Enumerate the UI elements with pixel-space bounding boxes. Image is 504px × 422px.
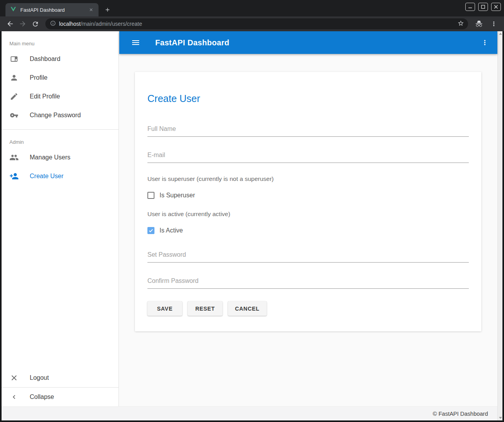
- tab-title: FastAPI Dashboard: [20, 7, 88, 13]
- email-field-wrap: [147, 149, 469, 163]
- toolbar-right: [473, 18, 500, 29]
- sidebar-item-label: Logout: [30, 374, 49, 381]
- app-header: FastAPI Dashboard: [119, 31, 497, 54]
- superuser-checkbox[interactable]: [147, 192, 154, 199]
- url-host: localhost: [59, 21, 81, 27]
- confirm-password-field-wrap: [147, 275, 469, 289]
- close-icon: [9, 373, 19, 383]
- maximize-button[interactable]: [478, 3, 488, 11]
- sidebar-item-edit-profile[interactable]: Edit Profile: [2, 87, 118, 106]
- page: Main menu Dashboard Profile Edit Profile…: [2, 31, 502, 420]
- forward-icon[interactable]: [17, 18, 28, 29]
- close-window-button[interactable]: [491, 3, 501, 11]
- sidebar-item-create-user[interactable]: Create User: [2, 167, 118, 186]
- confirm-password-input[interactable]: [147, 275, 469, 289]
- set-password-field-wrap: [147, 249, 469, 263]
- sidebar-item-label: Create User: [30, 173, 63, 180]
- chevron-left-icon: [9, 392, 19, 402]
- url-text: localhost/main/admin/users/create: [59, 21, 457, 27]
- person-add-icon: [9, 172, 19, 181]
- minimize-button[interactable]: [465, 3, 475, 11]
- set-password-input[interactable]: [147, 249, 469, 263]
- active-checkbox[interactable]: [147, 227, 154, 234]
- app-menu-dots-icon[interactable]: [478, 36, 492, 50]
- active-hint: User is active (currently active): [147, 211, 469, 218]
- sidebar-item-change-password[interactable]: Change Password: [2, 106, 118, 125]
- tab-close-icon[interactable]: [88, 6, 95, 13]
- app-footer: © FastAPI Dashboard: [2, 406, 497, 420]
- sidebar: Main menu Dashboard Profile Edit Profile…: [2, 31, 119, 406]
- sidebar-item-profile[interactable]: Profile: [2, 68, 118, 87]
- sidebar-item-collapse[interactable]: Collapse: [2, 388, 118, 406]
- browser-toolbar: localhost/main/admin/users/create: [0, 16, 504, 31]
- url-path: /main/admin/users/create: [81, 21, 142, 27]
- sidebar-spacer: [2, 186, 118, 368]
- superuser-checkbox-row[interactable]: Is Superuser: [147, 192, 469, 199]
- reset-button[interactable]: RESET: [188, 301, 222, 316]
- active-checkbox-label: Is Active: [160, 227, 183, 234]
- window-controls: [465, 3, 501, 11]
- address-bar[interactable]: localhost/main/admin/users/create: [45, 18, 468, 29]
- sidebar-caption-admin: Admin: [2, 130, 118, 148]
- sidebar-item-manage-users[interactable]: Manage Users: [2, 148, 118, 167]
- vue-favicon-icon: [10, 6, 16, 14]
- site-info-icon[interactable]: [50, 20, 56, 28]
- key-icon: [9, 111, 19, 120]
- browser-menu-icon[interactable]: [488, 18, 499, 29]
- sidebar-item-label: Manage Users: [30, 154, 70, 161]
- sidebar-caption-main-menu: Main menu: [2, 31, 118, 50]
- main-area: FastAPI Dashboard Create User User is su…: [119, 31, 497, 406]
- cancel-button[interactable]: CANCEL: [228, 301, 267, 316]
- bookmark-star-icon[interactable]: [457, 20, 464, 28]
- create-user-card: Create User User is superuser (currently…: [135, 72, 481, 331]
- checkmark-icon: [148, 228, 154, 233]
- page-title: Create User: [147, 93, 469, 104]
- email-input[interactable]: [147, 149, 469, 163]
- person-icon: [9, 73, 19, 82]
- incognito-icon: [474, 18, 484, 29]
- scrollbar-up-arrow-icon[interactable]: [499, 33, 502, 35]
- pencil-icon: [9, 92, 19, 101]
- new-tab-button[interactable]: [102, 5, 113, 15]
- full-name-input[interactable]: [147, 123, 469, 137]
- sidebar-item-logout[interactable]: Logout: [2, 368, 118, 387]
- sidebar-item-dashboard[interactable]: Dashboard: [2, 50, 118, 68]
- copyright-text: © FastAPI Dashboard: [433, 411, 488, 417]
- sidebar-item-label: Collapse: [30, 393, 54, 401]
- save-button[interactable]: SAVE: [147, 301, 182, 316]
- content-area: Create User User is superuser (currently…: [119, 54, 497, 331]
- sidebar-item-label: Profile: [30, 74, 47, 81]
- active-checkbox-row[interactable]: Is Active: [147, 227, 469, 234]
- page-scrollbar[interactable]: [497, 31, 502, 420]
- sidebar-item-label: Edit Profile: [30, 93, 60, 100]
- hamburger-menu-icon[interactable]: [129, 36, 143, 50]
- people-icon: [9, 153, 19, 162]
- superuser-hint: User is superuser (currently is not a su…: [147, 175, 469, 182]
- scrollbar-down-arrow-icon[interactable]: [499, 417, 502, 419]
- sidebar-item-label: Dashboard: [30, 55, 60, 63]
- browser-titlebar: FastAPI Dashboard: [0, 0, 504, 16]
- superuser-checkbox-label: Is Superuser: [160, 192, 195, 199]
- browser-tab[interactable]: FastAPI Dashboard: [5, 3, 99, 16]
- dashboard-icon: [9, 54, 19, 64]
- back-icon[interactable]: [5, 18, 16, 29]
- app-title: FastAPI Dashboard: [155, 38, 478, 47]
- reload-icon[interactable]: [30, 18, 41, 29]
- full-name-field-wrap: [147, 123, 469, 137]
- form-buttons: SAVE RESET CANCEL: [147, 301, 469, 316]
- sidebar-item-label: Change Password: [30, 112, 81, 119]
